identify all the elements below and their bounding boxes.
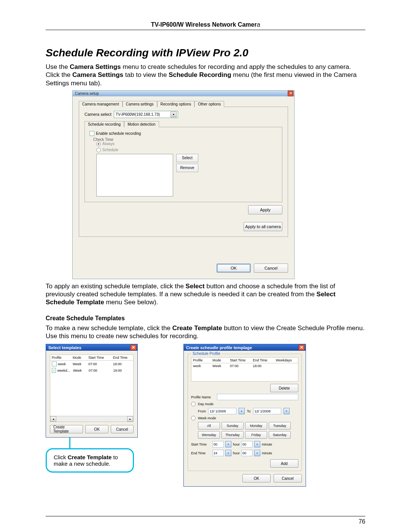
row-checkbox[interactable] bbox=[52, 361, 57, 366]
enable-schedule-label: Enable schedule recording bbox=[96, 131, 141, 136]
chevron-down-icon[interactable]: ▾ bbox=[284, 408, 290, 414]
create-schedule-dialog: Create scheudle profile templage ✕ Sched… bbox=[183, 344, 306, 487]
ok-button[interactable]: OK bbox=[242, 474, 271, 482]
select-templates-titlebar: Select templates ✕ bbox=[46, 344, 137, 351]
end-time-label: End Time bbox=[191, 451, 211, 455]
camera-setup-title: Camera setup bbox=[75, 91, 99, 96]
row-checkbox[interactable]: ✓ bbox=[52, 368, 56, 373]
callout-connector bbox=[69, 438, 70, 448]
chevron-down-icon[interactable]: ▾ bbox=[225, 441, 231, 447]
radio-always[interactable] bbox=[96, 142, 101, 146]
camera-setup-titlebar: Camera setup ✕ bbox=[73, 91, 294, 96]
select-schedule-button[interactable]: Select bbox=[176, 154, 198, 162]
enable-schedule-checkbox[interactable] bbox=[89, 131, 94, 136]
cancel-button[interactable]: Cancel bbox=[274, 474, 302, 482]
mid-paragraph: To apply an existing schedule template, … bbox=[46, 282, 365, 307]
schedule-profile-list[interactable]: Profile Mode Start Time End Time Weekday… bbox=[191, 357, 298, 382]
start-hour-input[interactable]: 00 bbox=[212, 441, 224, 447]
camera-select-value: TV-IP600W(192.168.1.73) bbox=[116, 112, 160, 117]
day-wednesday-button[interactable]: Wensday bbox=[198, 431, 220, 439]
subtab-schedule-recording[interactable]: Schedule recording bbox=[84, 121, 124, 127]
product-name: TV-IP600/W Wireless Network Camer bbox=[151, 21, 256, 28]
close-icon[interactable]: ✕ bbox=[298, 345, 305, 350]
sub-heading: Create Schedule Templates bbox=[46, 315, 365, 322]
radio-day-mode[interactable] bbox=[191, 402, 196, 406]
apply-all-button[interactable]: Apply to all camera bbox=[244, 222, 282, 231]
intro-paragraph: Use the Camera Settings menu to create s… bbox=[46, 63, 365, 87]
check-time-label: Check Time bbox=[93, 137, 277, 142]
start-time-label: Start Time bbox=[191, 443, 211, 446]
start-minute-input[interactable]: 00 bbox=[241, 441, 253, 447]
camera-select-combo[interactable]: TV-IP600W(192.168.1.73) ▾ bbox=[114, 111, 178, 118]
day-friday-button[interactable]: Friday bbox=[245, 431, 267, 439]
from-date-input[interactable]: 12/ 1/2008 bbox=[208, 408, 236, 414]
ok-button[interactable]: OK bbox=[217, 264, 251, 273]
chevron-down-icon[interactable]: ▾ bbox=[239, 408, 245, 414]
tab-recording-options[interactable]: Recording options bbox=[157, 101, 195, 107]
end-minute-input[interactable]: 00 bbox=[241, 450, 253, 456]
profile-name-input[interactable] bbox=[217, 394, 298, 400]
chevron-down-icon[interactable]: ▾ bbox=[254, 441, 260, 447]
weekday-buttons: All Sunday Monday Tuesday Wensday Thursd… bbox=[198, 422, 298, 439]
radio-week-mode[interactable] bbox=[191, 416, 196, 420]
list-item[interactable]: week Week 07:00 18:00 bbox=[50, 361, 133, 367]
close-icon[interactable]: ✕ bbox=[130, 345, 137, 350]
add-button[interactable]: Add bbox=[270, 459, 298, 468]
list-item[interactable]: week Week 07:00 18:00 bbox=[191, 363, 298, 369]
product-tail: a bbox=[257, 21, 260, 28]
remove-schedule-button[interactable]: Remove bbox=[176, 164, 198, 172]
tab-camera-settings[interactable]: Camera settings bbox=[123, 101, 157, 107]
day-all-button[interactable]: All bbox=[198, 422, 220, 430]
delete-button[interactable]: Delete bbox=[270, 384, 298, 392]
chevron-down-icon[interactable]: ▾ bbox=[170, 112, 177, 117]
create-template-button[interactable]: Create Template bbox=[50, 425, 83, 433]
tab-other-options[interactable]: Other options bbox=[194, 101, 224, 107]
list-item[interactable]: ✓ weekd... Week 07:00 19:00 bbox=[50, 367, 133, 374]
camera-setup-tabs: Camera management Camera settings Record… bbox=[79, 101, 288, 107]
scroll-right-icon[interactable]: ▸ bbox=[127, 416, 133, 422]
day-saturday-button[interactable]: Saturday bbox=[269, 431, 291, 439]
camera-setup-dialog: Camera setup ✕ Camera management Camera … bbox=[72, 90, 295, 279]
end-hour-input[interactable]: 24 bbox=[212, 450, 224, 456]
section-title: Schedule Recording with IPView Pro 2.0 bbox=[46, 47, 365, 59]
camera-select-label: Camera select bbox=[84, 112, 112, 117]
profile-name-label: Profile Name bbox=[191, 395, 215, 399]
page-number: 76 bbox=[46, 516, 365, 525]
day-thursday-button[interactable]: Thursday bbox=[221, 431, 244, 439]
templates-list[interactable]: Profile Mode Start Time End Time week We… bbox=[50, 355, 134, 416]
chevron-down-icon[interactable]: ▾ bbox=[225, 450, 231, 456]
chevron-down-icon[interactable]: ▾ bbox=[254, 450, 260, 456]
day-monday-button[interactable]: Monday bbox=[245, 422, 267, 430]
scroll-left-icon[interactable]: ◂ bbox=[50, 416, 56, 422]
to-date-input[interactable]: 12/ 1/2008 bbox=[253, 408, 281, 414]
day-sunday-button[interactable]: Sunday bbox=[221, 422, 244, 430]
sub-paragraph: To make a new schedule template, click t… bbox=[46, 324, 365, 340]
select-templates-dialog: Select templates ✕ Profile Mode Start Ti… bbox=[46, 344, 138, 438]
cancel-button[interactable]: Cancel bbox=[111, 425, 134, 433]
select-templates-title: Select templates bbox=[48, 345, 81, 350]
apply-button[interactable]: Apply bbox=[248, 205, 282, 214]
day-tuesday-button[interactable]: Tuesday bbox=[269, 422, 291, 430]
close-icon[interactable]: ✕ bbox=[288, 91, 293, 96]
radio-schedule[interactable] bbox=[96, 148, 101, 152]
schedule-profile-group: Schedule Profile Profile Mode Start Time… bbox=[188, 354, 302, 471]
horizontal-scrollbar[interactable]: ◂ ▸ bbox=[50, 416, 134, 422]
cancel-button[interactable]: Cancel bbox=[254, 264, 288, 273]
create-schedule-title: Create scheudle profile templage bbox=[186, 345, 252, 350]
callout-box: Click Create Template to make a new sche… bbox=[46, 448, 134, 473]
tab-camera-management[interactable]: Camera management bbox=[79, 101, 123, 107]
doc-header: TV-IP600/W Wireless Network Camera bbox=[46, 21, 365, 30]
schedule-listbox[interactable] bbox=[96, 154, 173, 197]
ok-button[interactable]: OK bbox=[85, 425, 108, 433]
create-schedule-titlebar: Create scheudle profile templage ✕ bbox=[184, 344, 306, 351]
subtab-motion-detection[interactable]: Motion detection bbox=[124, 121, 159, 127]
